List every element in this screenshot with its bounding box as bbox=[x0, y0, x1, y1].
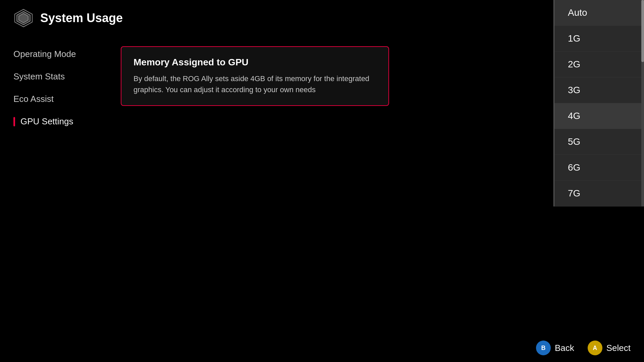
dropdown-option-1g[interactable]: 1G bbox=[554, 26, 644, 52]
dropdown-option-3g[interactable]: 3G bbox=[554, 77, 644, 103]
sidebar: Operating Mode System Stats Eco Assist G… bbox=[0, 36, 107, 362]
dropdown-option-5g[interactable]: 5G bbox=[554, 129, 644, 155]
dropdown-option-6g[interactable]: 6G bbox=[554, 155, 644, 181]
back-button[interactable]: B Back bbox=[536, 341, 574, 355]
memory-dropdown-panel: Auto 1G 2G 3G 4G 5G 6G 7G bbox=[553, 0, 644, 206]
scrollbar-thumb bbox=[641, 0, 644, 62]
info-card-title: Memory Assigned to GPU bbox=[133, 57, 376, 68]
back-btn-icon: B bbox=[536, 341, 551, 355]
sidebar-label: Operating Mode bbox=[13, 49, 76, 59]
main-layout: Operating Mode System Stats Eco Assist G… bbox=[0, 36, 644, 362]
dropdown-option-7g[interactable]: 7G bbox=[554, 181, 644, 206]
sidebar-label: System Stats bbox=[13, 71, 65, 82]
page-title: System Usage bbox=[40, 11, 570, 25]
select-btn-icon: A bbox=[588, 341, 602, 355]
sidebar-item-operating-mode[interactable]: Operating Mode bbox=[0, 43, 107, 65]
active-indicator bbox=[13, 117, 15, 126]
bottom-bar: B Back A Select bbox=[0, 334, 644, 362]
app-header: System Usage 98% bbox=[0, 0, 644, 36]
dropdown-option-2g[interactable]: 2G bbox=[554, 52, 644, 77]
dropdown-option-auto[interactable]: Auto bbox=[554, 0, 644, 26]
scrollbar bbox=[641, 0, 644, 206]
memory-info-card: Memory Assigned to GPU By default, the R… bbox=[121, 46, 389, 106]
sidebar-item-gpu-settings[interactable]: GPU Settings bbox=[0, 110, 107, 133]
dropdown-option-4g[interactable]: 4G bbox=[554, 103, 644, 129]
back-label: Back bbox=[555, 343, 574, 353]
select-button[interactable]: A Select bbox=[588, 341, 631, 355]
sidebar-item-system-stats[interactable]: System Stats bbox=[0, 65, 107, 88]
sidebar-item-eco-assist[interactable]: Eco Assist bbox=[0, 88, 107, 110]
sidebar-label: GPU Settings bbox=[20, 116, 73, 127]
select-label: Select bbox=[606, 343, 631, 353]
info-card-description: By default, the ROG Ally sets aside 4GB … bbox=[133, 73, 376, 95]
sidebar-label: Eco Assist bbox=[13, 94, 54, 104]
app-logo bbox=[13, 8, 34, 28]
